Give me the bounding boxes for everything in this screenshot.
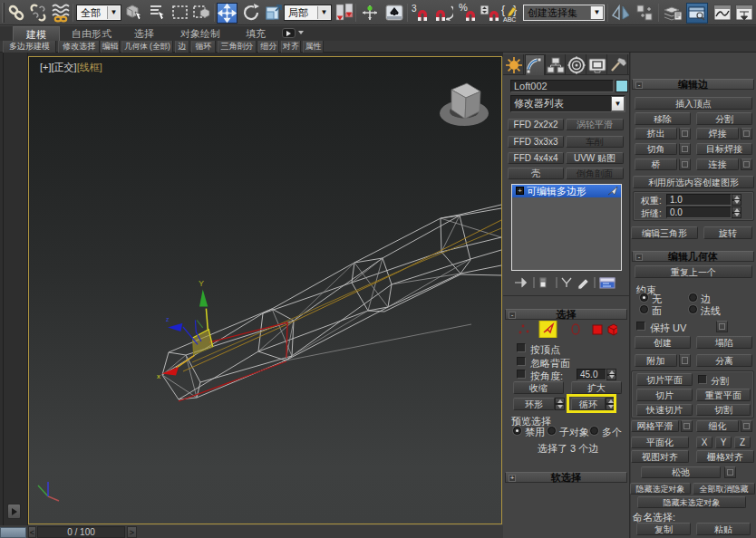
svg-text:%: % bbox=[459, 3, 468, 13]
svg-text:z: z bbox=[166, 316, 170, 322]
svg-text:3: 3 bbox=[412, 4, 417, 14]
svg-text:x: x bbox=[157, 372, 160, 380]
svg-text:{: { bbox=[501, 4, 505, 16]
svg-text:Y: Y bbox=[199, 279, 204, 288]
svg-text:ABC: ABC bbox=[503, 16, 516, 23]
